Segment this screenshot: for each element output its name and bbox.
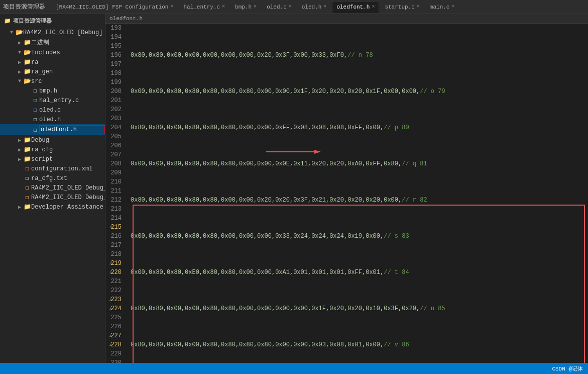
file-icon: ◻: [23, 165, 31, 172]
line-num-202: 202: [108, 105, 124, 114]
code-line-199: 0x00,0x80,0x80,0xE0,0x80,0x80,0x00,0x00,…: [131, 268, 584, 277]
sidebar-item-script[interactable]: ▶ 📁 script: [0, 154, 105, 164]
line-num-205: 205: [108, 132, 124, 141]
tab-fsp[interactable]: [RA4M2_IIC_OLED] FSP Configuration ×: [51, 1, 178, 13]
code-area[interactable]: 193 194 195 196 197 198 199 200 201 202 …: [105, 24, 588, 363]
code-line-196: 0x00,0x00,0x80,0x80,0x80,0x80,0x00,0x00,…: [131, 159, 584, 168]
sidebar-item-label: oled.c: [39, 107, 105, 114]
app-title: 项目资源管理器: [3, 3, 45, 11]
sidebar-item-label: oledfont.h: [39, 125, 105, 134]
line-num-230: 230: [108, 358, 124, 363]
file-icon: ◻: [23, 184, 31, 192]
expand-arrow: ▼: [8, 30, 15, 35]
sidebar-item-debug[interactable]: ▶ 📁 Debug: [0, 135, 105, 145]
line-num-197: 197: [108, 60, 124, 69]
expand-arrow: ▶: [16, 147, 23, 153]
sidebar-item-src[interactable]: ▼ 📂 src: [0, 76, 105, 86]
code-line-194: 0x00,0x00,0x80,0x80,0x80,0x80,0x80,0x00,…: [131, 87, 584, 96]
tab-oledfont-h[interactable]: oledfont.h ×: [332, 1, 379, 13]
close-icon[interactable]: ×: [323, 4, 326, 10]
sidebar-item-ra[interactable]: ▶ 📁 ra: [0, 57, 105, 67]
sidebar-item-includes[interactable]: ▼ 📂 Includes: [0, 48, 105, 57]
line-num-196: 196: [108, 51, 124, 60]
sidebar-item-developer-assistance[interactable]: ▶ 📁 Developer Assistance: [0, 202, 105, 212]
sidebar-item-label: RA4M2_IIC_OLED Debug_Flat.launch: [31, 194, 105, 201]
line-num-206: 206: [108, 141, 124, 150]
file-icon: ◻: [23, 194, 31, 201]
sidebar-item-oled-c[interactable]: ◻ oled.c: [0, 105, 105, 115]
sidebar-item-launch[interactable]: ◻ RA4M2_IIC_OLED Debug_Flat.launch: [0, 193, 105, 202]
code-line-201: 0x80,0x80,0x00,0x00,0x80,0x80,0x80,0x80,…: [131, 340, 584, 349]
sidebar-header: 📁 项目资源管理器: [0, 14, 105, 28]
sidebar-item-bmp-h[interactable]: ◻ bmp.h: [0, 86, 105, 96]
close-icon[interactable]: ×: [372, 4, 375, 10]
expand-arrow: ▶: [16, 204, 23, 210]
line-num-212: 212: [108, 196, 124, 205]
expand-arrow: ▶: [16, 137, 23, 143]
close-icon[interactable]: ×: [451, 4, 454, 10]
sidebar-item-label: 二进制: [31, 38, 105, 47]
expand-arrow: ▼: [16, 78, 23, 84]
sidebar-item-hal-entry-c[interactable]: ◻ hal_entry.c: [0, 96, 105, 105]
sidebar-item-ra-gen[interactable]: ▶ 📁 ra_gen: [0, 67, 105, 76]
file-icon: ◻: [31, 106, 39, 114]
sidebar-item-ra-cfg[interactable]: ▶ 📁 ra_cfg: [0, 145, 105, 154]
line-num-229: 229: [108, 349, 124, 358]
close-icon[interactable]: ×: [254, 4, 257, 10]
close-icon[interactable]: ×: [289, 4, 292, 10]
sidebar-item-jlink[interactable]: ◻ RA4M2_IIC_OLED Debug_Flat.jlink: [0, 183, 105, 193]
tab-bmp-h[interactable]: bmp.h ×: [230, 1, 261, 13]
folder-icon: 📁: [23, 203, 31, 211]
close-icon[interactable]: ×: [417, 4, 420, 10]
sidebar-item-configuration-xml[interactable]: ◻ configuration.xml: [0, 164, 105, 173]
status-text: CSDN @记体: [552, 365, 583, 372]
close-icon[interactable]: ×: [170, 4, 173, 10]
top-bar: 项目资源管理器 [RA4M2_IIC_OLED] FSP Configurati…: [0, 0, 588, 14]
line-num-208: 208: [108, 159, 124, 168]
sidebar-title: 项目资源管理器: [13, 17, 52, 25]
line-num-194: 194: [108, 33, 124, 42]
breadcrumb-part: oledfont.h: [109, 16, 143, 22]
sidebar-item-label: configuration.xml: [31, 165, 105, 172]
sidebar-item-label: script: [31, 156, 105, 163]
expand-arrow: ▶: [16, 69, 23, 75]
folder-icon: 📁: [23, 155, 31, 163]
line-num-215: 215: [108, 223, 124, 232]
tab-bar: [RA4M2_IIC_OLED] FSP Configuration × hal…: [51, 1, 585, 13]
code-line-193: 0x80,0x80,0x00,0x00,0x00,0x00,0x00,0x20,…: [131, 51, 584, 60]
file-icon: ◻: [31, 87, 39, 95]
line-num-211: 211: [108, 186, 124, 196]
close-icon[interactable]: ×: [222, 4, 225, 10]
line-num-221: 221: [108, 277, 124, 286]
sidebar-item-oled-h[interactable]: ◻ oled.h: [0, 115, 105, 124]
file-icon: ◻: [31, 116, 39, 123]
expand-arrow: ▶: [16, 156, 23, 162]
folder-icon: 📂: [15, 29, 23, 36]
line-num-200: 200: [108, 87, 124, 96]
file-icon: ◻: [31, 97, 39, 104]
code-line-195: 0x80,0x80,0x00,0x80,0x80,0x80,0x00,0x00,…: [131, 123, 584, 132]
line-num-218: 218: [108, 250, 124, 259]
status-bar: CSDN @记体: [0, 363, 588, 374]
file-icon: ◻: [23, 174, 31, 182]
project-icon: 📁: [4, 18, 11, 24]
code-content[interactable]: 0x80,0x80,0x00,0x00,0x00,0x00,0x00,0x20,…: [127, 24, 588, 363]
folder-icon: 📁: [23, 146, 31, 153]
tab-oled-h[interactable]: oled.h ×: [297, 1, 331, 13]
line-num-203: 203: [108, 114, 124, 123]
line-num-201: 201: [108, 96, 124, 105]
tab-main-c[interactable]: main.c ×: [425, 1, 459, 13]
line-num-227: 227: [108, 331, 124, 340]
expand-arrow: ▼: [16, 50, 23, 55]
tab-oled-c[interactable]: oled.c ×: [262, 1, 296, 13]
sidebar-item-root[interactable]: ▼ 📂 RA4M2_IIC_OLED [Debug]: [0, 28, 105, 37]
sidebar-item-binary[interactable]: ▶ 📁 二进制: [0, 37, 105, 48]
sidebar-item-oledfont-h[interactable]: ◻ oledfont.h: [0, 124, 105, 135]
tab-startup-c[interactable]: startup.c ×: [380, 1, 424, 13]
tab-hal-entry[interactable]: hal_entry.c ×: [179, 1, 229, 13]
main-layout: 📁 项目资源管理器 ▼ 📂 RA4M2_IIC_OLED [Debug] ▶ 📁…: [0, 14, 588, 363]
sidebar-item-label: bmp.h: [39, 87, 105, 95]
sidebar-item-ra-cfg-txt[interactable]: ◻ ra_cfg.txt: [0, 173, 105, 183]
folder-icon: 📂: [23, 77, 31, 85]
sidebar: 📁 项目资源管理器 ▼ 📂 RA4M2_IIC_OLED [Debug] ▶ 📁…: [0, 14, 105, 363]
